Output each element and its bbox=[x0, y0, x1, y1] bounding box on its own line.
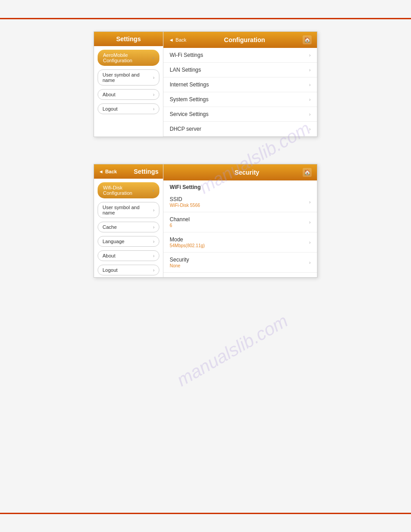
menu-item-channel-label: Channel bbox=[170, 216, 190, 223]
menu-item-internet-label: Internet Settings bbox=[170, 82, 209, 88]
menu-item-channel-content: Channel 6 bbox=[170, 216, 190, 228]
sidebar-item-cache[interactable]: Cache › bbox=[98, 222, 159, 232]
right-header-title-1: Configuration bbox=[186, 36, 303, 43]
sidebar-item-language-chevron: › bbox=[153, 239, 154, 244]
panel-configuration: Settings AeroMobile Configuration › User… bbox=[94, 31, 317, 137]
menu-item-mode-subtext: 54Mbps(802.11g) bbox=[170, 243, 205, 248]
menu-item-wifi-settings-label: Wi-Fi Settings bbox=[170, 52, 203, 58]
menu-item-wifi-settings[interactable]: Wi-Fi Settings › bbox=[163, 48, 317, 63]
sidebar-header-1: Settings bbox=[94, 32, 163, 46]
back-button-sidebar-2[interactable]: ◄ Back bbox=[98, 169, 117, 174]
sidebar-header-2: ◄ Back Settings bbox=[94, 164, 163, 179]
home-icon-1[interactable]: 🏠 bbox=[303, 35, 312, 44]
sidebar-header-2-label: Settings bbox=[134, 168, 158, 175]
menu-item-mode-chevron: › bbox=[309, 240, 311, 245]
menu-item-mode-content: Mode 54Mbps(802.11g) bbox=[170, 236, 205, 248]
menu-item-wifi-chevron: › bbox=[309, 52, 311, 58]
sidebar-item-language[interactable]: Language › bbox=[98, 236, 159, 247]
menu-item-ssid-subtext: WiFi-Disk 5566 bbox=[170, 203, 200, 208]
back-arrow-icon: ◄ bbox=[169, 37, 174, 43]
wifi-setting-section-label: WiFi Setting bbox=[163, 180, 317, 192]
menu-item-mode-label: Mode bbox=[170, 236, 205, 243]
sidebar-item-user-symbol2-label: User symbol and name bbox=[103, 205, 153, 215]
sidebar-item-about-label: About bbox=[103, 92, 116, 97]
right-header-1: ◄ Back Configuration 🏠 bbox=[163, 32, 317, 48]
security-menu: SSID WiFi-Disk 5566 › Channel 6 › Mode 5 bbox=[163, 192, 317, 273]
sidebar-item-about2[interactable]: About › bbox=[98, 250, 159, 261]
sidebar-item-aeromobile[interactable]: AeroMobile Configuration › bbox=[98, 50, 159, 66]
sidebar-item-about[interactable]: About › bbox=[98, 89, 159, 100]
menu-item-channel[interactable]: Channel 6 › bbox=[163, 212, 317, 232]
menu-item-service-chevron: › bbox=[309, 112, 311, 117]
right-panel-configuration: ◄ Back Configuration 🏠 Wi-Fi Settings › … bbox=[163, 32, 317, 137]
sidebar-item-logout[interactable]: Logout › bbox=[98, 103, 159, 114]
sidebar-item-user-symbol[interactable]: User symbol and name › bbox=[98, 69, 159, 86]
menu-item-system-label: System Settings bbox=[170, 96, 209, 103]
right-header-title-2: Security bbox=[191, 169, 303, 176]
sidebar-item-aeromobile-chevron: › bbox=[153, 56, 154, 60]
panel-security: ◄ Back Settings Wifi-Disk Configuration … bbox=[94, 164, 317, 278]
top-border bbox=[0, 18, 411, 19]
watermark-2: manualslib.com bbox=[173, 311, 291, 390]
sidebar-item-logout2[interactable]: Logout › bbox=[98, 265, 159, 275]
sidebar-item-about2-label: About bbox=[103, 253, 116, 258]
sidebar-item-user-symbol2[interactable]: User symbol and name › bbox=[98, 202, 159, 218]
sidebar-1: Settings AeroMobile Configuration › User… bbox=[94, 32, 163, 137]
back-arrow-sidebar-icon: ◄ bbox=[98, 169, 103, 174]
menu-item-ssid[interactable]: SSID WiFi-Disk 5566 › bbox=[163, 192, 317, 212]
home-icon-2[interactable]: 🏠 bbox=[303, 168, 312, 177]
sidebar-item-logout-label: Logout bbox=[103, 106, 118, 112]
menu-item-mode[interactable]: Mode 54Mbps(802.11g) › bbox=[163, 232, 317, 253]
menu-item-security-label: Security bbox=[170, 257, 189, 263]
menu-item-service-settings[interactable]: Service Settings › bbox=[163, 107, 317, 122]
menu-item-dhcp-label: DHCP server bbox=[170, 126, 201, 132]
sidebar-item-wifi-config2-label: Wifi-Disk Configuration bbox=[103, 185, 153, 196]
sidebar-2: ◄ Back Settings Wifi-Disk Configuration … bbox=[94, 164, 163, 277]
bottom-border bbox=[0, 513, 411, 514]
sidebar-item-about-chevron: › bbox=[153, 92, 154, 97]
sidebar-item-user-symbol-chevron: › bbox=[153, 75, 154, 80]
sidebar-item-user-symbol2-chevron: › bbox=[153, 208, 154, 213]
sidebar-item-user-symbol-label: User symbol and name bbox=[103, 72, 153, 83]
menu-item-channel-subtext: 6 bbox=[170, 223, 190, 228]
menu-item-security-content: Security None bbox=[170, 257, 189, 268]
menu-item-dhcp-chevron: › bbox=[309, 126, 311, 132]
sidebar-item-wifi-config2[interactable]: Wifi-Disk Configuration › bbox=[98, 182, 159, 198]
menu-item-security-chevron: › bbox=[309, 260, 311, 265]
sidebar-item-cache-label: Cache bbox=[103, 224, 117, 230]
sidebar-item-logout-chevron: › bbox=[153, 107, 154, 112]
configuration-menu: Wi-Fi Settings › LAN Settings › Internet… bbox=[163, 48, 317, 137]
menu-item-channel-chevron: › bbox=[309, 219, 311, 225]
back-button-1[interactable]: ◄ Back bbox=[169, 37, 186, 43]
menu-item-lan-label: LAN Settings bbox=[170, 67, 201, 73]
back-label-1: Back bbox=[176, 37, 186, 43]
menu-item-service-label: Service Settings bbox=[170, 111, 209, 117]
right-panel-security: Security 🏠 WiFi Setting SSID WiFi-Disk 5… bbox=[163, 164, 317, 277]
menu-item-internet-settings[interactable]: Internet Settings › bbox=[163, 77, 317, 92]
right-header-2: Security 🏠 bbox=[163, 164, 317, 180]
sidebar-item-wifi-config2-chevron: › bbox=[153, 188, 154, 193]
menu-item-ssid-chevron: › bbox=[309, 199, 311, 205]
menu-item-security[interactable]: Security None › bbox=[163, 253, 317, 273]
menu-item-dhcp-server[interactable]: DHCP server › bbox=[163, 122, 317, 137]
menu-item-internet-chevron: › bbox=[309, 82, 311, 87]
sidebar-item-logout2-chevron: › bbox=[153, 268, 154, 273]
back-label-sidebar: Back bbox=[105, 169, 117, 174]
menu-item-lan-settings[interactable]: LAN Settings › bbox=[163, 63, 317, 77]
sidebar-item-aeromobile-label: AeroMobile Configuration bbox=[103, 52, 153, 63]
menu-item-security-subtext: None bbox=[170, 263, 189, 268]
menu-item-ssid-label: SSID bbox=[170, 196, 200, 202]
sidebar-item-cache-chevron: › bbox=[153, 225, 154, 230]
menu-item-system-settings[interactable]: System Settings › bbox=[163, 92, 317, 107]
sidebar-item-about2-chevron: › bbox=[153, 253, 154, 258]
sidebar-item-logout2-label: Logout bbox=[103, 267, 118, 273]
menu-item-ssid-content: SSID WiFi-Disk 5566 bbox=[170, 196, 200, 208]
sidebar-item-language-label: Language bbox=[103, 239, 124, 244]
menu-item-system-chevron: › bbox=[309, 97, 311, 102]
menu-item-lan-chevron: › bbox=[309, 67, 311, 73]
